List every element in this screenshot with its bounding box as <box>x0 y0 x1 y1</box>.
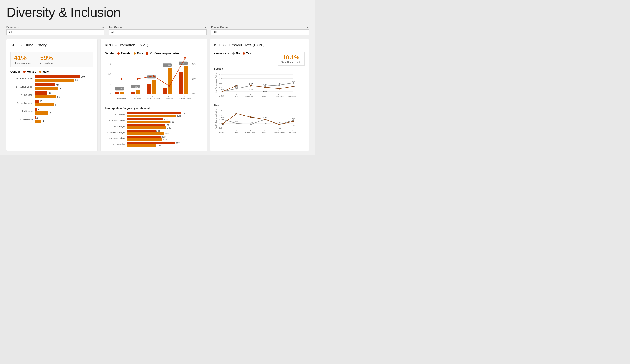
svg-line-43 <box>154 76 170 86</box>
svg-point-71 <box>292 82 294 84</box>
kpi1-female-bar: 30 <box>34 91 60 95</box>
age-group-filter: Age Group ⌄ All ⌄ <box>108 25 206 35</box>
svg-text:4 -: 4 - <box>264 129 266 131</box>
region-select[interactable]: All ⌄ <box>211 29 309 35</box>
region-chevron-icon: ⌄ <box>307 25 309 28</box>
avg-male-bar-wrap: 2.46 <box>126 126 171 129</box>
kpi1-female-val: 109 <box>81 75 85 78</box>
kpi1-metrics: 41% of women hired 59% of men hired <box>10 52 93 67</box>
avg-male-bar <box>126 121 170 123</box>
kpi1-female-bar: 2 <box>34 116 44 119</box>
avg-bar-row: 2 - Director 3.40 3.09 <box>105 112 203 117</box>
svg-text:Senior Mana...: Senior Mana... <box>245 95 256 97</box>
title-divider <box>6 22 309 22</box>
avg-male-val: 1.86 <box>157 144 161 147</box>
kpi1-female-val: 2 <box>36 116 38 119</box>
kpi1-bar-chart: 6 - Junior Officer 109 95 5 - Senior Off… <box>10 75 93 123</box>
svg-point-46 <box>136 78 138 80</box>
page-container: Diversity & Inclusion Department ⌄ All ⌄… <box>0 0 315 155</box>
kpi2-legend-female: Female <box>118 52 130 55</box>
svg-text:2 -: 2 - <box>236 93 238 95</box>
svg-text:Junior Officer: Junior Officer <box>288 95 296 97</box>
kpi3-charts: Female 2.02.53.03.54.0Avg Performance Ra… <box>214 67 305 138</box>
kpi1-bars-group: 10 46 <box>34 100 57 106</box>
avg-bar-row: 6 - Junior Officer 2.13 2.20 <box>105 136 203 141</box>
kpi3-male-chart: Male 2.02.53.03.54.0Avg Performance Rati… <box>214 104 305 138</box>
kpi1-women-label: of women hired <box>14 62 31 64</box>
kpi1-male-bar: 52 <box>34 95 60 98</box>
department-select[interactable]: All ⌄ <box>6 29 104 35</box>
kpi1-panel: KPI 1 - Hiring History 41% of women hire… <box>6 39 98 151</box>
svg-text:4.0: 4.0 <box>219 110 222 112</box>
kpi3-female-line-chart: 2.02.53.03.54.0Avg Performance Rating2.0… <box>214 71 305 101</box>
avg-male-val: 3.09 <box>177 115 181 117</box>
kpi1-male-bar-fill <box>34 79 74 82</box>
kpi1-bar-row: 6 - Junior Officer 109 95 <box>10 75 93 82</box>
kpi3-overall-label: Overal turnover rate <box>281 61 301 63</box>
svg-text:25%: 25% <box>192 78 196 80</box>
svg-text:Execu...: Execu... <box>219 95 226 97</box>
avg-female-bar <box>126 124 164 126</box>
svg-text:Senior Officer: Senior Officer <box>274 95 284 97</box>
kpi1-female-bar-fill <box>34 91 47 95</box>
kpi3-title: KPI 3 - Turnover Rate (FY20) <box>214 43 305 49</box>
avg-female-bar <box>126 118 164 120</box>
svg-text:3.00: 3.00 <box>292 80 295 82</box>
male-dot-icon <box>39 70 42 73</box>
kpi3-female-chart: Female 2.02.53.03.54.0Avg Performance Ra… <box>214 67 305 101</box>
kpi1-bar-label: 6 - Junior Officer <box>10 77 33 80</box>
filters-row: Department ⌄ All ⌄ Age Group ⌄ All ⌄ Reg… <box>6 25 309 35</box>
svg-point-69 <box>278 84 280 86</box>
kpi1-female-bar: 109 <box>34 75 85 78</box>
avg-bars-pair: 2.37 2.46 <box>126 124 171 129</box>
age-group-select[interactable]: All ⌄ <box>108 29 206 35</box>
department-chevron-icon: ⌄ <box>102 25 104 28</box>
avg-female-bar-wrap: 1.80 <box>126 130 169 132</box>
svg-text:0: 0 <box>110 93 111 95</box>
kpi1-female-val: 10 <box>40 100 42 103</box>
svg-text:4 -: 4 - <box>168 95 170 97</box>
kpi-row: KPI 1 - Hiring History 41% of women hire… <box>6 39 309 151</box>
kpi1-female-val: 5 <box>38 108 39 111</box>
svg-text:2.50: 2.50 <box>263 90 267 92</box>
kpi2-title: KPI 2 - Promotion (FY21) <box>105 43 203 49</box>
region-filter: Region Group ⌄ All ⌄ <box>211 25 309 35</box>
kpi1-female-val: 30 <box>48 92 50 94</box>
kpi3-female-label: Female <box>214 67 305 70</box>
avg-male-bar <box>126 126 166 129</box>
avg-bar-row: 3 - Senior Manager 1.80 2.33 <box>105 130 203 135</box>
svg-point-63 <box>236 88 238 89</box>
kpi1-bar-row: 3 - Senior Manager 10 46 <box>10 100 93 106</box>
svg-text:2.43: 2.43 <box>249 121 253 123</box>
kpi1-male-bar-fill <box>34 103 54 106</box>
kpi1-bar-row: 1 - Executive 2 14 <box>10 116 93 123</box>
kpi1-legend-male: Male <box>39 70 49 73</box>
avg-bar-label: 4 - Manager <box>105 125 125 128</box>
kpi3-legend: Left this FY? No Yes <box>214 52 251 57</box>
kpi2-legend-male: Male <box>134 52 143 55</box>
svg-text:3.0: 3.0 <box>219 82 222 84</box>
avg-female-val: 2.29 <box>164 118 168 120</box>
kpi1-female-bar: 49 <box>34 83 62 86</box>
svg-text:2 -: 2 - <box>136 95 139 97</box>
kpi2-avg-time-chart: 2 - Director 3.40 3.09 5 - Senior Office… <box>105 112 203 147</box>
kpi1-male-val: 14 <box>42 120 44 123</box>
svg-text:3.5: 3.5 <box>219 114 222 116</box>
kpi1-female-bar: 5 <box>34 108 52 111</box>
avg-female-bar <box>126 136 161 138</box>
kpi1-women-pct: 41% <box>14 54 31 62</box>
svg-text:Senior Officer: Senior Officer <box>274 132 284 134</box>
kpi1-male-bar: 46 <box>34 103 57 106</box>
svg-point-108 <box>222 118 223 120</box>
avg-bar-label: 3 - Senior Manager <box>105 131 125 134</box>
avg-female-bar-wrap: 2.37 <box>126 124 171 126</box>
svg-text:Avg Performance Rating: Avg Performance Rating <box>215 73 217 93</box>
svg-text:2.0: 2.0 <box>219 127 222 129</box>
region-select-chevron-icon: ⌄ <box>304 31 306 34</box>
svg-point-73 <box>222 91 223 92</box>
female-dot-icon <box>23 70 26 73</box>
kpi1-bars-group: 5 32 <box>34 108 52 115</box>
svg-text:Direct...: Direct... <box>234 132 240 134</box>
avg-male-bar-wrap: 2.33 <box>126 132 169 135</box>
svg-text:Director: Director <box>134 97 141 100</box>
